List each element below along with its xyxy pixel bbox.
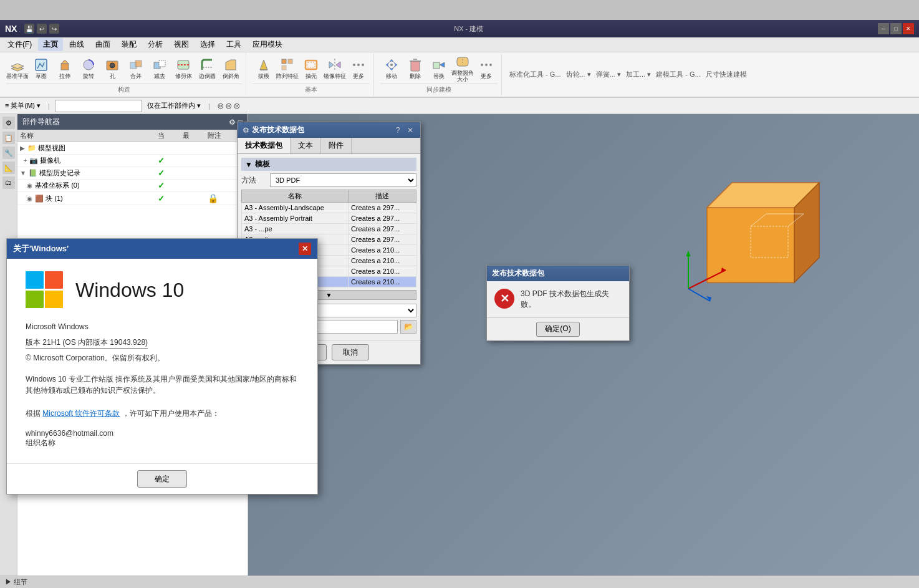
template-col-name: 名称 (242, 190, 349, 203)
nav-icon-2[interactable]: 🔧 (2, 147, 15, 159)
about-user-row: whinny6636@hotmail.com 组织名称 (26, 429, 299, 448)
menu-tools[interactable]: 工具 (221, 38, 246, 51)
ribbon-extrude[interactable]: 拉伸 (54, 55, 76, 82)
ribbon-sketch[interactable]: 草图 (30, 55, 52, 82)
publish-tab-attachments[interactable]: 附件 (321, 138, 352, 153)
redo-button[interactable]: ↪ (49, 24, 59, 34)
menu-view[interactable]: 视图 (169, 38, 194, 51)
template-section-label: 模板 (255, 159, 270, 170)
about-titlebar: 关于'Windows' ✕ (7, 239, 317, 259)
error-icon: ✕ (494, 289, 514, 309)
close-button[interactable]: ✕ (903, 23, 914, 34)
publish-gear-icon: ⚙ (243, 126, 249, 135)
about-ok-button[interactable]: 确定 (137, 470, 187, 488)
error-message: 3D PDF 技术数据包生成失败。 (521, 289, 622, 310)
publish-close-btn[interactable]: ✕ (405, 125, 415, 135)
ribbon-chamfer[interactable]: 倒斜角 (219, 55, 242, 82)
tree-item-camera[interactable]: + 📷 摄像机 ✓ (17, 155, 248, 167)
expand-icon[interactable]: ▼ (245, 160, 253, 169)
ribbon-replace[interactable]: 替换 (428, 55, 450, 82)
ribbon-mirror[interactable]: 镜像特征 (324, 55, 346, 82)
publish-tab-text[interactable]: 文本 (291, 138, 321, 153)
method-select[interactable]: 3D PDF 2D PDF HTML (270, 173, 416, 187)
svg-marker-15 (260, 60, 267, 70)
template-row-2[interactable]: A3 - Assembly Portrait Creates a 297... (242, 213, 416, 224)
error-body: ✕ 3D PDF 技术数据包生成失败。 (487, 281, 629, 317)
svg-marker-24 (336, 62, 340, 68)
ribbon-move[interactable]: 移动 (380, 55, 403, 82)
build-tools-label: 建模工具 - G... (656, 70, 701, 79)
ribbon-extra-tools: 标准化工具 - G... 齿轮... ▾ 弹簧... ▾ 加工... ▾ 建模工… (504, 54, 917, 95)
menu-home[interactable]: 主页 (38, 38, 63, 51)
toolbar-extra[interactable]: ◎ ◎ ◎ (215, 101, 243, 110)
tree-item-block[interactable]: ◉ 🟫 块 (1) ✓ 🔒 (17, 192, 248, 205)
menu-modules[interactable]: 应用模块 (248, 38, 287, 51)
error-titlebar: 发布技术数据包 (487, 266, 629, 281)
save-button[interactable]: 💾 (24, 24, 34, 34)
menu-select[interactable]: 选择 (195, 38, 220, 51)
template-row-1[interactable]: A3 - Assembly-Landscape Creates a 297... (242, 203, 416, 213)
svg-rect-18 (288, 59, 292, 64)
tree-item-datum[interactable]: ◉ 基准坐标系 (0) ✓ (17, 180, 248, 192)
about-license-row: 根据 Microsoft 软件许可条款 ，许可如下用户使用本产品： (26, 408, 299, 419)
error-ok-button[interactable]: 确定(O) (536, 322, 580, 337)
ribbon-revolve[interactable]: 旋转 (77, 55, 100, 82)
tree-item-history[interactable]: ▼ 📗 模型历史记录 ✓ (17, 167, 248, 180)
menu-assembly[interactable]: 装配 (117, 38, 142, 51)
ribbon-draft[interactable]: 拔模 (253, 55, 275, 82)
col-current: 当 (158, 131, 183, 140)
nx-menubar: 文件(F) 主页 曲线 曲面 装配 分析 视图 选择 工具 应用模块 (0, 37, 919, 52)
menu-analysis[interactable]: 分析 (143, 38, 168, 51)
svg-marker-43 (686, 251, 691, 256)
nav-icon-4[interactable]: 🗂 (2, 176, 15, 189)
nav-icon-1[interactable]: 📋 (2, 132, 15, 144)
ribbon-delete[interactable]: 删除 (404, 55, 426, 82)
svg-marker-14 (226, 60, 236, 70)
ribbon-more-sync[interactable]: 更多 (475, 55, 498, 82)
ribbon-merge[interactable]: 合并 (125, 55, 147, 82)
ribbon-hole[interactable]: 孔 (101, 55, 123, 82)
nx-logo: NX (5, 24, 17, 34)
win10-logo (26, 271, 63, 309)
ribbon-group-label-basic: 基本 (253, 84, 370, 94)
sidebar-settings-icon[interactable]: ⚙ (229, 118, 236, 127)
ribbon-group-construct: 基准平面 草图 拉伸 (2, 54, 246, 95)
ribbon-datum-plane[interactable]: 基准平面 (6, 55, 29, 82)
toolbar-menu[interactable]: ≡ 菜单(M) ▾ (2, 100, 43, 111)
ribbon-resize-fillet[interactable]: 调整圆角大小 (451, 55, 474, 82)
ribbon-content: 基准平面 草图 拉伸 (0, 52, 919, 97)
search-input[interactable] (55, 100, 142, 112)
menu-curve[interactable]: 曲线 (64, 38, 89, 51)
maximize-button[interactable]: □ (890, 23, 902, 34)
undo-button[interactable]: ↩ (37, 24, 47, 34)
menu-file[interactable]: 文件(F) (2, 38, 37, 51)
browse-button[interactable]: 📂 (400, 320, 416, 334)
ribbon-pattern[interactable]: 阵列特征 (276, 55, 299, 82)
ribbon-blend[interactable]: 边倒圆 (196, 55, 218, 82)
ribbon-shell[interactable]: 抽壳 (300, 55, 322, 82)
template-row-3[interactable]: A3 - ...pe Creates a 297... (242, 224, 416, 234)
ribbon-icons-construct: 基准平面 草图 拉伸 (6, 55, 242, 82)
minimize-button[interactable]: ─ (878, 23, 889, 34)
gear-icon[interactable]: ⚙ (2, 117, 15, 129)
publish-tab-tdp[interactable]: 技术数据包 (238, 138, 291, 153)
svg-rect-11 (159, 60, 165, 67)
svg-rect-9 (135, 60, 142, 67)
ribbon-subtract[interactable]: 减去 (148, 55, 171, 82)
ribbon-trim[interactable]: 修剪体 (172, 55, 195, 82)
svg-marker-4 (61, 60, 69, 64)
3d-model-view (670, 145, 844, 307)
ribbon-more-basic[interactable]: 更多 (347, 55, 370, 82)
search-scope[interactable]: 仅在工作部件内 ▾ (145, 100, 203, 111)
menu-surface[interactable]: 曲面 (90, 38, 115, 51)
publish-help-btn[interactable]: ? (393, 125, 403, 135)
nx-titlebar: NX 💾 ↩ ↪ NX - 建模 ─ □ ✕ (0, 20, 919, 37)
about-license-link[interactable]: Microsoft 软件许可条款 (42, 409, 120, 418)
about-version: 版本 21H1 (OS 内部版本 19043.928) (26, 337, 299, 349)
about-close-btn[interactable]: ✕ (299, 243, 311, 255)
svg-rect-31 (433, 62, 440, 69)
publish-cancel-button[interactable]: 取消 (332, 344, 369, 360)
nx-ribbon: 基准平面 草图 拉伸 (0, 52, 919, 98)
nav-icon-3[interactable]: 📐 (2, 161, 15, 174)
tree-item-model-view[interactable]: ▶ 📁 模型视图 (17, 142, 248, 155)
